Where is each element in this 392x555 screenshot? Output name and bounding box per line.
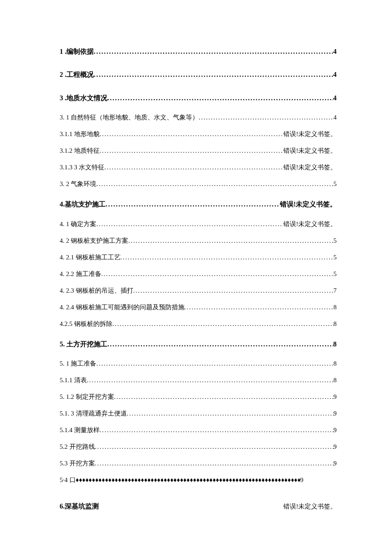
table-of-contents: 1 .编制依据 42 .工程概况 43 .地质水文情况 43. 1 自然特征（地…: [60, 47, 337, 511]
toc-entry-label: 5. 1.2 制定开挖方案: [60, 392, 114, 401]
toc-leader: [100, 146, 283, 155]
toc-entry-label: 3 .地质水文情况: [60, 93, 107, 103]
toc-entry: 5.1.1 清表 8: [60, 376, 337, 385]
toc-entry-label: 5.1. 3 清理疏通弃土便道: [60, 409, 127, 418]
toc-leader: [100, 426, 334, 435]
toc-entry-label: 4. 2 钢板桩支护施工方案: [60, 236, 128, 245]
toc-entry: 1 .编制依据 4: [60, 47, 337, 56]
toc-leader: [96, 220, 283, 229]
toc-entry-label: 5.2 开挖路线: [60, 442, 95, 451]
toc-entry-page: 5: [334, 236, 337, 245]
toc-entry-page: 错误!未定义书签。: [283, 502, 337, 511]
toc-entry: 5. 1.2 制定开挖方案9: [60, 392, 337, 401]
toc-entry: 6.深基坑监测错误!未定义书签。: [60, 502, 337, 511]
toc-entry-page: 9: [334, 459, 337, 468]
toc-entry-page: 5: [334, 270, 337, 279]
toc-entry: 4.2.5 钢板桩的拆除8: [60, 320, 337, 328]
toc-entry-label: 3.1.3 3 水文特征: [60, 163, 104, 172]
toc-leader: [106, 200, 280, 209]
toc-entry-label: 4.2.5 钢板桩的拆除: [60, 320, 112, 328]
toc-entry: 4. 2.4 钢板桩施工可能遇到的问题及预防措施8: [60, 303, 337, 312]
toc-entry-page: 8: [334, 303, 337, 312]
toc-leader: [87, 376, 334, 385]
toc-entry-page: 4: [334, 113, 337, 122]
toc-leader: [107, 93, 333, 103]
toc-entry: 3. 2 气象环境 5: [60, 180, 337, 189]
toc-entry-page: 4: [333, 70, 337, 79]
toc-entry: 3. 1 自然特征（地形地貌、地质、水文、气象等） 4: [60, 113, 337, 122]
toc-entry-label: 5.1.1 清表: [60, 376, 87, 385]
toc-entry: 4. 2 钢板桩支护施工方案 5: [60, 236, 337, 245]
toc-leader: [128, 236, 333, 245]
toc-leader: [100, 130, 283, 139]
toc-entry-page: 错误!未定义书签。: [283, 146, 337, 155]
toc-entry-label: 3.1.2 地质特征: [60, 146, 100, 155]
toc-leader: [199, 113, 333, 122]
toc-leader: [95, 442, 334, 451]
toc-entry-page: 8: [333, 340, 337, 349]
toc-leader: [133, 286, 334, 295]
toc-entry: 4.基坑支护施工 错误!未定义书签。: [60, 200, 337, 209]
toc-entry: 5·4 口9: [60, 476, 303, 485]
toc-entry-label: 5. 1 施工准备: [60, 359, 96, 368]
toc-leader: [121, 253, 334, 262]
toc-entry-page: 错误!未定义书签。: [280, 200, 337, 209]
toc-entry-page: 9: [334, 442, 337, 451]
toc-leader: [127, 409, 334, 418]
toc-entry-page: 9: [334, 426, 337, 435]
toc-entry: 3.1.2 地质特征错误!未定义书签。: [60, 146, 337, 155]
toc-entry-page: 错误!未定义书签。: [283, 220, 337, 229]
toc-entry: 3 .地质水文情况 4: [60, 93, 337, 103]
toc-leader: [94, 70, 333, 79]
toc-entry: 5.1. 3 清理疏通弃土便道9: [60, 409, 337, 418]
toc-entry-page: 9: [334, 392, 337, 401]
toc-entry-label: 4. 2.1 钢板桩施工工艺: [60, 253, 121, 262]
toc-leader: [94, 47, 333, 56]
toc-entry-label: 4. 1 确定方案: [60, 220, 96, 229]
spacer: [60, 485, 337, 502]
toc-entry-label: 5.1.4 测量放样: [60, 426, 100, 435]
toc-entry-label: 3. 2 气象环境: [60, 180, 96, 189]
toc-entry-page: 9: [300, 476, 304, 485]
toc-entry: 5.3 开挖方案 9: [60, 459, 337, 468]
toc-entry: 5. 土方开挖施工 8: [60, 340, 337, 349]
toc-entry-label: 4. 2.2 施工准备: [60, 270, 101, 279]
toc-entry-page: 4: [333, 93, 337, 103]
toc-leader: [107, 340, 333, 349]
toc-leader: [96, 180, 333, 189]
toc-entry-page: 8: [334, 376, 337, 385]
toc-entry: 4. 2.2 施工准备 5: [60, 270, 337, 279]
toc-leader: [104, 163, 283, 172]
toc-entry-page: 9: [334, 409, 337, 418]
toc-entry: 4. 1 确定方案错误!未定义书签。: [60, 220, 337, 229]
toc-entry-label: 4. 2.3 钢板桩的吊运、插打: [60, 286, 133, 295]
toc-entry-page: 错误!未定义书签。: [283, 130, 337, 139]
toc-entry-page: 7: [334, 286, 337, 295]
toc-entry-label: 3.1.1 地形地貌: [60, 130, 100, 139]
toc-entry-page: 5: [334, 180, 337, 189]
toc-entry-label: 5·4 口: [60, 476, 76, 485]
toc-entry: 4. 2.3 钢板桩的吊运、插打 7: [60, 286, 337, 295]
toc-entry: 3.1.3 3 水文特征错误!未定义书签。: [60, 163, 337, 172]
toc-leader: [101, 270, 334, 279]
toc-entry-label: 5. 土方开挖施工: [60, 340, 107, 349]
toc-entry-page: 错误!未定义书签。: [283, 163, 337, 172]
toc-entry: 4. 2.1 钢板桩施工工艺 5: [60, 253, 337, 262]
toc-entry-label: 4. 2.4 钢板桩施工可能遇到的问题及预防措施: [60, 303, 184, 312]
toc-entry: 2 .工程概况 4: [60, 70, 337, 79]
toc-entry: 3.1.1 地形地貌错误!未定义书签。: [60, 130, 337, 139]
toc-leader: [114, 392, 334, 401]
toc-entry-label: 3. 1 自然特征（地形地貌、地质、水文、气象等）: [60, 113, 199, 122]
toc-leader: [184, 303, 334, 312]
toc-entry-label: 4.基坑支护施工: [60, 200, 106, 209]
toc-entry: 5.1.4 测量放样 9: [60, 426, 337, 435]
toc-leader: [76, 476, 300, 485]
toc-leader: [112, 320, 334, 328]
toc-entry-label: 5.3 开挖方案: [60, 459, 95, 468]
toc-entry-label: 1 .编制依据: [60, 47, 94, 56]
toc-leader: [96, 359, 333, 368]
toc-entry-label: 6.深基坑监测: [60, 502, 99, 511]
toc-entry-page: 8: [334, 320, 337, 328]
toc-entry-page: 5: [334, 253, 337, 262]
toc-entry-page: 8: [334, 359, 337, 368]
